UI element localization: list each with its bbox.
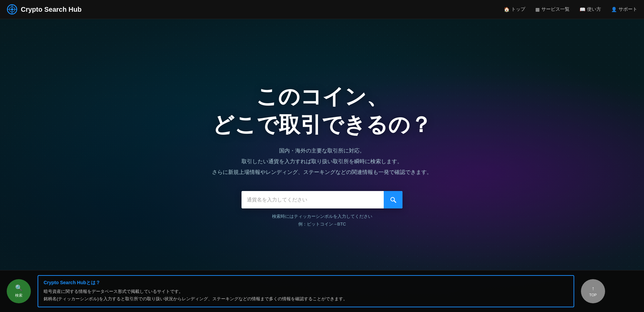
hero-content: このコイン、 どこで取引できるの？ 国内・海外の主要な取引所に対応。 取引したい… — [212, 83, 432, 228]
arrow-up-icon: ↑ — [592, 286, 594, 292]
nav-item-howto[interactable]: 📖 使い方 — [580, 6, 601, 12]
hero-title: このコイン、 どこで取引できるの？ — [212, 83, 432, 138]
brand[interactable]: Crypto Search Hub — [7, 4, 82, 15]
info-description-box: Crypto Search Hubとは？ 暗号資産に関する情報をデータベース形式… — [38, 275, 574, 307]
hero-subtitle: 国内・海外の主要な取引所に対応。 取引したい通貨を入力すれば取り扱い取引所を瞬時… — [212, 145, 432, 178]
search-button[interactable] — [384, 191, 402, 208]
info-box-text: 暗号資産に関する情報をデータベース形式で掲載しているサイトです。 銘柄名(ティッ… — [44, 288, 568, 303]
nav-item-services[interactable]: ▦ サービス一覧 — [535, 6, 570, 12]
user-icon: 👤 — [611, 7, 617, 12]
hero-section: このコイン、 どこで取引できるの？ 国内・海外の主要な取引所に対応。 取引したい… — [0, 0, 644, 312]
svg-line-6 — [394, 201, 396, 202]
home-icon: 🏠 — [504, 7, 509, 12]
book-icon: 📖 — [580, 7, 585, 12]
brand-logo-icon — [7, 4, 17, 15]
search-icon — [390, 196, 396, 203]
info-search-button[interactable]: 🔍 検索 — [7, 279, 31, 303]
nav-menu: 🏠 トップ ▦ サービス一覧 📖 使い方 👤 サポート — [504, 6, 637, 12]
brand-title: Crypto Search Hub — [21, 6, 82, 13]
search-hint: 検索時にはティッカーシンボルを入力してください 例：ビットコイン→BTC — [272, 212, 372, 228]
grid-icon: ▦ — [535, 7, 540, 12]
info-bar: 🔍 検索 Crypto Search Hubとは？ 暗号資産に関する情報をデータ… — [0, 270, 644, 312]
search-input[interactable] — [241, 191, 384, 208]
search-circle-icon: 🔍 — [15, 284, 22, 292]
scroll-to-top-button[interactable]: ↑ TOP — [581, 279, 605, 303]
nav-item-support[interactable]: 👤 サポート — [611, 6, 637, 12]
navbar: Crypto Search Hub 🏠 トップ ▦ サービス一覧 📖 使い方 👤… — [0, 0, 644, 19]
info-box-title: Crypto Search Hubとは？ — [44, 280, 568, 286]
search-bar — [241, 191, 402, 208]
nav-item-top[interactable]: 🏠 トップ — [504, 6, 525, 12]
